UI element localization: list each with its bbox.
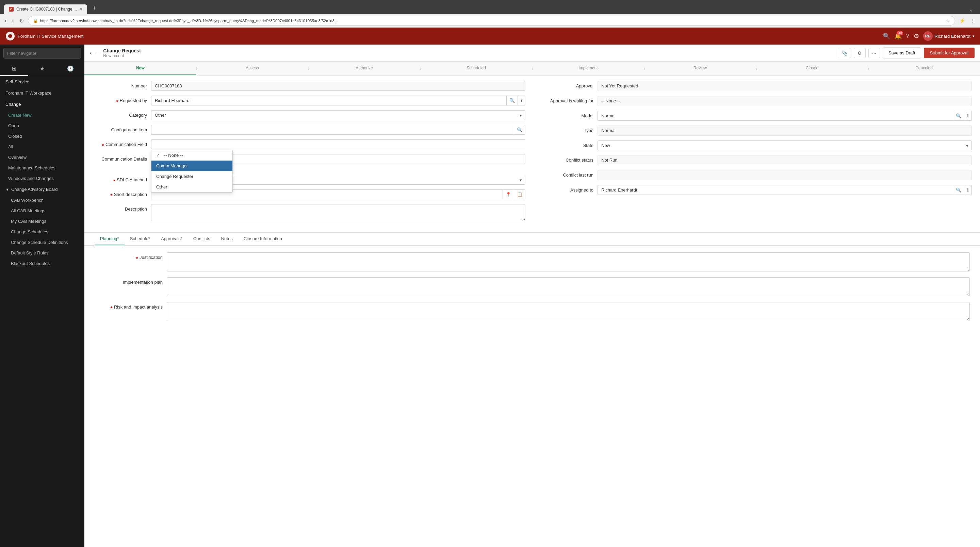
sidebar-item-change-schedules[interactable]: Change Schedules [0, 227, 84, 237]
step-scheduled[interactable]: Scheduled [420, 62, 532, 75]
sidebar-item-maintenance[interactable]: Maintenance Schedules [0, 162, 84, 173]
sidebar-item-all[interactable]: All [0, 142, 84, 152]
tab-planning[interactable]: Planning* [95, 233, 124, 245]
sidebar-clock-icon[interactable]: 🕐 [56, 62, 84, 76]
search-icon[interactable]: 🔍 [883, 32, 890, 40]
assigned-to-group: 🔍 ℹ [598, 185, 972, 195]
tab-schedule[interactable]: Schedule* [124, 233, 156, 245]
sidebar-item-create-new[interactable]: Create New [0, 110, 84, 121]
field-config-item: Configuration item 🔍 [92, 125, 525, 135]
forward-btn[interactable]: › [11, 16, 15, 25]
menu-lines-icon[interactable]: ≡ [96, 50, 99, 56]
sidebar-item-closed[interactable]: Closed [0, 131, 84, 142]
step-review[interactable]: Review [644, 62, 756, 75]
tab-close-btn[interactable]: × [80, 6, 82, 12]
notification-area[interactable]: 🔔 30 [894, 32, 902, 40]
tab-conflicts[interactable]: Conflicts [188, 233, 216, 245]
step-implement[interactable]: Implement [532, 62, 644, 75]
secure-icon: 🔒 [33, 18, 38, 23]
progress-bar: New Assess Authorize Scheduled Implement… [84, 62, 980, 76]
sidebar-group-cab[interactable]: ▼ Change Advisory Board [0, 184, 84, 195]
help-icon[interactable]: ? [906, 33, 909, 40]
reload-btn[interactable]: ↻ [18, 16, 25, 25]
browser-menu-btn[interactable]: ⌄ [966, 6, 976, 14]
browser-tab-active[interactable]: C Create CHG0007188 | Change ... × [4, 5, 87, 14]
input-comm-field[interactable] [151, 140, 525, 149]
form-header: ‹ ≡ Change Request New record 📎 ⚙ ··· Sa… [84, 45, 980, 62]
model-info-btn[interactable]: ℹ [964, 111, 972, 121]
sidebar-item-overview[interactable]: Overview [0, 152, 84, 162]
bookmark-btn[interactable]: ☆ [946, 18, 950, 24]
field-number-input [151, 81, 525, 91]
step-authorize[interactable]: Authorize [308, 62, 420, 75]
sidebar-item-windows[interactable]: Windows and Changes [0, 173, 84, 184]
tab-closure-info[interactable]: Closure Information [238, 233, 288, 245]
requested-by-info-btn[interactable]: ℹ [518, 95, 525, 105]
input-requested-by[interactable] [151, 95, 506, 105]
textarea-impl-plan[interactable] [167, 277, 970, 296]
input-assigned-to[interactable] [598, 185, 953, 195]
sidebar-item-all-cab[interactable]: All CAB Meetings [0, 205, 84, 216]
tab-title: Create CHG0007188 | Change ... [16, 7, 77, 11]
sidebar-home-icon[interactable]: ⊞ [0, 62, 28, 76]
select-category[interactable]: Other Software Hardware [151, 110, 525, 120]
user-menu[interactable]: RE Richard Eberhardt ▾ [923, 31, 975, 41]
sidebar-item-blackout[interactable]: Blackout Schedules [0, 258, 84, 269]
label-state: State [539, 140, 593, 148]
notification-badge: 30 [897, 31, 903, 35]
assigned-to-search-btn[interactable]: 🔍 [953, 185, 964, 195]
sidebar-item-my-cab[interactable]: My CAB Meetings [0, 216, 84, 227]
browser-menu-icon[interactable]: ⋮ [969, 17, 977, 25]
select-state[interactable]: New Assess Authorize [598, 140, 972, 150]
sidebar-item-default-style[interactable]: Default Style Rules [0, 248, 84, 258]
dropdown-item-change-requester[interactable]: Change Requester [151, 171, 232, 182]
sidebar-item-cab-workbench[interactable]: CAB Workbench [0, 195, 84, 205]
sidebar-item-fordham-workspace[interactable]: Fordham IT Workspace [0, 87, 84, 99]
field-comm-field-input: -- None -- Comm Manager Change Requester… [151, 140, 525, 149]
tab-notes[interactable]: Notes [216, 233, 238, 245]
sidebar-item-open[interactable]: Open [0, 121, 84, 131]
submit-btn[interactable]: Submit for Approval [924, 48, 975, 58]
short-desc-location-btn[interactable]: 📍 [503, 189, 514, 199]
input-model[interactable] [598, 111, 953, 121]
tab-approvals[interactable]: Approvals* [156, 233, 188, 245]
dropdown-item-other[interactable]: Other [151, 182, 232, 192]
extension-btn[interactable]: ⚡ [958, 17, 966, 25]
input-config-item[interactable] [151, 125, 514, 135]
step-new[interactable]: New [84, 62, 196, 75]
assigned-to-info-btn[interactable]: ℹ [964, 185, 972, 195]
attachment-btn[interactable]: 📎 [838, 48, 851, 58]
textarea-risk-analysis[interactable] [167, 302, 970, 321]
sidebar-item-self-service[interactable]: Self-Service [0, 76, 84, 87]
url-bar[interactable]: 🔒 https://fordhamdev2.service-now.com/na… [28, 16, 955, 25]
step-closed[interactable]: Closed [756, 62, 868, 75]
textarea-description[interactable] [151, 204, 525, 221]
dropdown-item-comm-manager[interactable]: Comm Manager [151, 161, 232, 171]
dropdown-item-none[interactable]: -- None -- [151, 150, 232, 161]
field-comm-field: Communication Field -- None -- Comm Mana… [92, 140, 525, 149]
short-desc-template-btn[interactable]: 📋 [514, 189, 525, 199]
step-assess[interactable]: Assess [196, 62, 308, 75]
model-search-btn[interactable]: 🔍 [953, 111, 964, 121]
config-item-search-btn[interactable]: 🔍 [514, 125, 525, 135]
settings-icon[interactable]: ⚙ [914, 32, 919, 40]
new-tab-btn[interactable]: + [88, 3, 101, 14]
save-draft-btn[interactable]: Save as Draft [883, 47, 921, 59]
input-number[interactable] [151, 81, 525, 91]
form-left-col: Number Requested by [92, 81, 525, 227]
step-canceled[interactable]: Canceled [868, 62, 980, 75]
field-assigned-to-input: 🔍 ℹ [598, 185, 972, 195]
more-btn[interactable]: ··· [869, 48, 880, 58]
sidebar-star-icon[interactable]: ★ [28, 62, 56, 76]
textarea-justification[interactable] [167, 253, 970, 272]
requested-by-search-btn[interactable]: 🔍 [506, 95, 518, 105]
sidebar-item-change-schedule-defs[interactable]: Change Schedule Definitions [0, 237, 84, 248]
tabs-header: Planning* Schedule* Approvals* Conflicts… [84, 233, 980, 246]
search-input[interactable] [3, 48, 81, 59]
sidebar-item-change[interactable]: Change [0, 99, 84, 110]
field-impl-plan: Implementation plan [95, 277, 970, 297]
back-btn[interactable]: ‹ [3, 16, 8, 25]
breadcrumb-title: Change Request [103, 48, 140, 53]
config-btn[interactable]: ⚙ [854, 48, 865, 58]
back-nav-btn[interactable]: ‹ [90, 49, 92, 56]
